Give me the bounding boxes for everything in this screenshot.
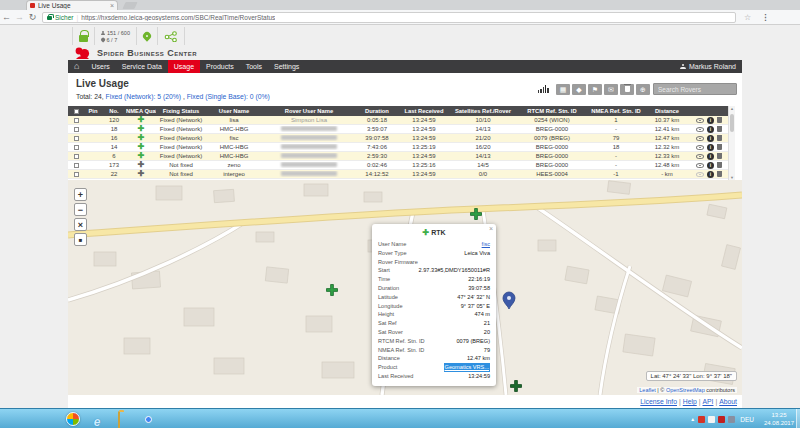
pin-rovers-button[interactable]: ⚑ (588, 84, 602, 95)
rover-info-icon[interactable]: i (707, 135, 714, 142)
popup-close-icon[interactable]: × (489, 225, 493, 232)
browser-menu-icon[interactable]: ⋮ (761, 13, 769, 22)
summary-fixed-network-link[interactable]: Fixed (Network): 5 (20%) (105, 93, 181, 100)
delete-button[interactable] (620, 84, 634, 95)
osm-link[interactable]: OpenStreetMap (666, 387, 705, 393)
column-header[interactable]: RTCM Ref. Stn. ID (516, 108, 588, 114)
nav-item-usage[interactable]: Usage (168, 60, 200, 73)
delete-rover-icon[interactable] (717, 144, 722, 150)
browser-tab[interactable]: Live Usage × (26, 0, 118, 10)
column-header[interactable]: NMEA Quality (126, 108, 156, 114)
nav-item-service-data[interactable]: Service Data (116, 60, 168, 73)
column-header[interactable]: Distance (644, 108, 690, 114)
row-checkbox[interactable] (74, 118, 79, 123)
nav-item-tools[interactable]: Tools (240, 60, 268, 73)
table-row[interactable]: 22 ✚ Not fixed intergeo 14:12:52 13:24:5… (68, 170, 728, 179)
zoom-out-button[interactable]: − (74, 203, 87, 216)
account-menu[interactable]: Markus Roland (674, 60, 742, 73)
footer-link-api[interactable]: API (703, 398, 714, 405)
row-checkbox[interactable] (74, 172, 79, 177)
delete-rover-icon[interactable] (717, 126, 722, 132)
omnibox[interactable]: Sicher | https://hxsdemo.leica-geosystem… (42, 12, 736, 23)
footer-link-license-info[interactable]: License Info (640, 398, 677, 405)
table-row[interactable]: 18 ✚ Fixed (Network) HMC-HBG 3:59:07 13:… (68, 125, 728, 134)
nav-item-users[interactable]: Users (85, 60, 115, 73)
scrollbar-thumb[interactable] (730, 114, 734, 132)
view-rover-icon[interactable] (696, 127, 704, 132)
tray-app-icon-red[interactable] (698, 416, 705, 423)
delete-rover-icon[interactable] (717, 162, 722, 168)
table-row[interactable]: 6 ✚ Fixed (Network) HMC-HBG 2:59:30 13:2… (68, 152, 728, 161)
column-header[interactable]: Fixing Status (156, 108, 206, 114)
back-icon[interactable]: ← (0, 12, 13, 22)
positioning-status[interactable] (137, 27, 158, 45)
rover-marker-green-1[interactable] (327, 285, 338, 296)
reference-station-pin[interactable] (503, 292, 515, 309)
rover-info-icon[interactable]: i (707, 153, 714, 160)
table-scrollbar[interactable]: ▲ ▼ (728, 106, 735, 180)
select-all-checkbox[interactable] (74, 109, 79, 114)
footer-link-help[interactable]: Help (683, 398, 697, 405)
tab-close-icon[interactable]: × (110, 3, 114, 9)
view-rover-icon[interactable] (696, 172, 704, 177)
extent-button[interactable]: ■ (74, 233, 87, 246)
map-view-button[interactable]: ▦ (556, 84, 570, 95)
row-checkbox[interactable] (74, 127, 79, 132)
scroll-up-icon[interactable]: ▲ (729, 106, 735, 111)
table-row[interactable]: 16 ✚ Fixed (Network) fisc 39:07:58 13:24… (68, 134, 728, 143)
table-row[interactable]: 120 ✚ Fixed (Network) lisa Simpson Lisa … (68, 116, 728, 125)
delete-rover-icon[interactable] (717, 153, 722, 159)
message-button[interactable]: ✉ (604, 84, 618, 95)
row-checkbox[interactable] (74, 145, 79, 150)
tray-volume-icon[interactable] (728, 416, 735, 423)
center-map-button[interactable]: × (74, 218, 87, 231)
rover-info-icon[interactable]: i (707, 117, 714, 124)
rover-info-icon[interactable]: i (707, 162, 714, 169)
row-checkbox[interactable] (74, 136, 79, 141)
forward-icon[interactable]: → (13, 12, 26, 22)
popup-value-link[interactable]: fisc (482, 240, 490, 249)
view-rover-icon[interactable] (696, 154, 704, 159)
marker-view-button[interactable]: ◆ (572, 84, 586, 95)
view-rover-icon[interactable] (696, 163, 704, 168)
summary-fixed-single-link[interactable]: Fixed (Single Base): 0 (0%) (187, 93, 270, 100)
delete-rover-icon[interactable] (717, 135, 722, 141)
column-header[interactable]: NMEA Ref. Stn. ID (588, 108, 644, 114)
start-button[interactable] (66, 412, 80, 426)
column-header[interactable]: Rover User Name (262, 108, 356, 114)
row-checkbox[interactable] (74, 163, 79, 168)
tray-app-icon-white[interactable] (708, 416, 715, 423)
nav-item-settings[interactable]: Settings (268, 60, 305, 73)
table-row[interactable]: 14 ✚ Fixed (Network) HMC-HBG 7:43:06 13:… (68, 143, 728, 152)
globe-button[interactable]: ⊕ (636, 84, 650, 95)
search-input[interactable] (653, 83, 737, 95)
zoom-in-button[interactable]: + (74, 188, 87, 201)
rover-info-icon[interactable]: i (707, 144, 714, 151)
tray-expand-icon[interactable]: ▲ (690, 416, 695, 422)
delete-rover-icon[interactable] (717, 117, 722, 123)
delete-rover-icon[interactable] (717, 171, 722, 177)
view-rover-icon[interactable] (696, 118, 704, 123)
table-row[interactable]: 173 ✚ Not fixed zeno 0:02:46 13:25:16 14… (68, 161, 728, 170)
column-header[interactable]: Pin (84, 108, 102, 114)
bookmark-star-icon[interactable]: ☆ (744, 13, 751, 22)
rover-marker-green-3[interactable] (511, 381, 522, 392)
language-indicator[interactable]: DEU (738, 416, 756, 423)
column-header[interactable]: Last Received (398, 108, 450, 114)
row-checkbox[interactable] (74, 154, 79, 159)
column-header[interactable]: Satellites Ref./Rover (450, 108, 516, 114)
popup-value-link[interactable]: Geomatics VRS... (444, 363, 490, 372)
column-header[interactable]: User Name (206, 108, 262, 114)
footer-link-about[interactable]: About (719, 398, 737, 405)
refresh-icon[interactable]: ↻ (26, 12, 39, 22)
rover-info-icon[interactable]: i (707, 126, 714, 133)
leaflet-link[interactable]: Leaflet (639, 387, 656, 393)
rover-info-icon[interactable]: i (707, 171, 714, 178)
nav-item-products[interactable]: Products (200, 60, 240, 73)
ie-taskbar-button[interactable]: e (88, 412, 106, 426)
show-desktop-button[interactable] (796, 409, 800, 428)
column-header[interactable]: No. (102, 108, 126, 114)
view-rover-icon[interactable] (696, 136, 704, 141)
map[interactable]: +−×■ × ✚ RTK User NamefiscRover TypeLeic… (68, 180, 742, 395)
column-header[interactable]: Duration (356, 108, 398, 114)
